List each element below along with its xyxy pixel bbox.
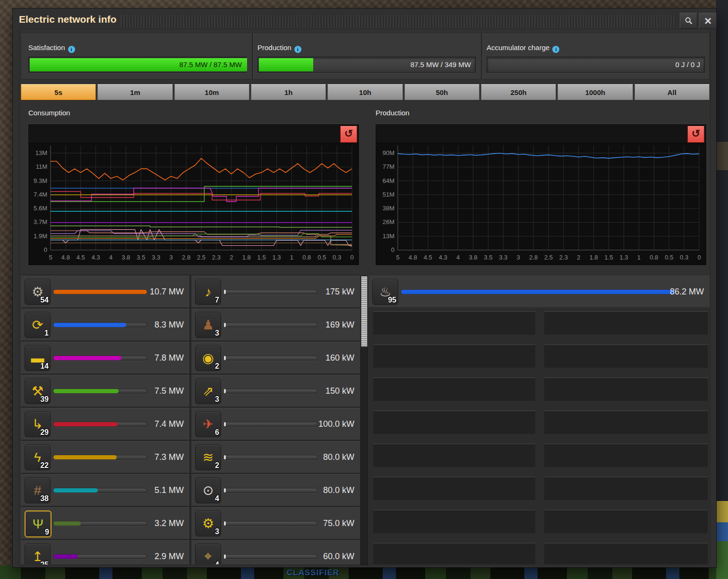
reset-zoom-button[interactable]: ↺ [340, 126, 357, 143]
entity-count: 22 [40, 461, 49, 470]
time-button-250h[interactable]: 250h [481, 84, 556, 100]
close-button[interactable]: × [699, 13, 717, 29]
svg-text:3: 3 [170, 254, 173, 261]
usage-bar-fill [53, 389, 119, 393]
empty-producer-slot [544, 377, 708, 401]
svg-text:1.8: 1.8 [590, 254, 598, 261]
loader-ramp-icon[interactable]: ⇗3 [195, 378, 221, 404]
consumer-row-gear-assembler: ⚙375.0 kW [191, 507, 360, 539]
svg-text:1.9M: 1.9M [34, 233, 47, 240]
consumer-row-battery-charger: ϟ227.3 MW [21, 441, 189, 473]
egg-canister-icon[interactable]: ⊙4 [195, 477, 221, 503]
svg-text:0: 0 [697, 254, 701, 261]
empty-producer-slot [544, 476, 708, 500]
empty-producer-slot [544, 543, 708, 564]
robot-arm-icon[interactable]: ↥25 [25, 544, 51, 564]
svg-text:13M: 13M [383, 233, 394, 240]
accumulator-label-text: Accumulator charge [487, 43, 549, 52]
entity-count: 6 [215, 428, 219, 437]
game-world-pixels [716, 541, 728, 579]
consumer-row-agricultural-drone: ✈6100.0 kW [191, 408, 360, 440]
programmable-speaker-icon[interactable]: ♪7 [195, 279, 221, 305]
usage-bar [223, 488, 318, 493]
battery-charger-icon[interactable]: ϟ22 [25, 444, 51, 470]
usage-bar [53, 355, 147, 361]
empty-producer-slot [373, 311, 535, 335]
consumption-chart-header [29, 125, 359, 143]
captive-biter-pen-icon[interactable]: #38 [25, 477, 51, 503]
info-icon[interactable]: i [68, 46, 75, 53]
usage-value: 160 kW [325, 342, 354, 374]
agricultural-drone-icon[interactable]: ✈6 [195, 411, 221, 437]
usage-value: 75.0 kW [323, 507, 354, 539]
entity-count: 95 [388, 296, 396, 304]
info-icon[interactable]: i [294, 46, 301, 53]
time-button-1000h[interactable]: 1000h [557, 84, 633, 100]
usage-bar-fill [53, 521, 81, 526]
game-world-pixels [716, 522, 728, 541]
game-world-pixels [716, 501, 728, 522]
usage-value: 7.3 MW [154, 441, 184, 473]
usage-bar-fill [224, 488, 226, 493]
production-bar-fill [259, 58, 313, 71]
usage-bar-fill [53, 455, 117, 459]
scrollbar-thumb[interactable] [361, 276, 368, 347]
production-stat-label: Productioni [257, 43, 301, 53]
usage-value: 80.0 kW [323, 474, 354, 506]
time-button-50h[interactable]: 50h [404, 84, 480, 100]
usage-value: 86.2 MW [670, 276, 704, 308]
consumer-row-captive-biter-pen: #385.1 MW [21, 474, 189, 506]
stats-divider [481, 33, 483, 79]
empty-producer-slot [373, 510, 535, 533]
search-button[interactable] [680, 13, 697, 29]
usage-value: 150 kW [325, 375, 354, 407]
svg-text:1.5: 1.5 [605, 254, 613, 261]
usage-value: 7.8 MW [154, 342, 184, 374]
consumer-row-egg-canister: ⊙480.0 kW [191, 474, 360, 506]
wireless-beacon-icon[interactable]: ≋2 [195, 444, 221, 470]
svg-text:4.3: 4.3 [439, 254, 447, 261]
usage-bar-fill [53, 356, 121, 360]
close-icon: × [704, 14, 711, 27]
production-chart: ↺ 54.84.54.343.83.53.332.82.52.321.81.51… [376, 124, 706, 265]
usage-bar [223, 289, 318, 294]
time-button-all[interactable]: All [634, 84, 710, 100]
entity-count: 7 [215, 296, 219, 304]
producer-list: ♨9586.2 MW [368, 275, 710, 564]
reset-icon: ↺ [692, 128, 700, 139]
usage-bar [53, 389, 147, 394]
svg-text:3.3: 3.3 [499, 254, 507, 261]
gear-assembler-icon[interactable]: ⚙3 [195, 510, 221, 536]
time-button-1h[interactable]: 1h [251, 84, 326, 100]
yellow-framed-plant-icon[interactable]: Ψ9 [25, 510, 51, 537]
empty-producer-slot [544, 410, 708, 434]
steam-engines-icon[interactable]: ♨95 [372, 279, 398, 305]
supply-bag-icon[interactable]: ♟3 [195, 312, 221, 338]
reset-zoom-button[interactable]: ↺ [687, 126, 704, 143]
svg-text:0: 0 [44, 246, 47, 253]
time-button-10h[interactable]: 10h [327, 84, 403, 100]
consumer-list-scrollbar[interactable] [360, 276, 368, 565]
assembling-machine-icon[interactable]: ⚙54 [25, 279, 51, 305]
inserter-icon[interactable]: ↳29 [25, 411, 51, 437]
microscope-lab-icon[interactable]: ⌖4 [195, 544, 221, 564]
time-button-1m[interactable]: 1m [97, 84, 172, 100]
svg-text:2.8: 2.8 [182, 254, 190, 261]
time-button-10m[interactable]: 10m [174, 84, 249, 100]
entity-count: 4 [215, 494, 219, 503]
electric-motor-icon[interactable]: ▬14 [25, 345, 51, 371]
consumer-row-inserter: ↳297.4 MW [21, 408, 189, 440]
mining-drill-icon[interactable]: ⚒39 [25, 378, 51, 404]
sensor-eye-icon[interactable]: ◉2 [195, 345, 221, 371]
radar-icon[interactable]: ⟳1 [25, 312, 51, 338]
empty-producer-slot [373, 443, 535, 467]
entity-count: 2 [215, 362, 219, 371]
usage-bar-fill [224, 554, 226, 559]
stats-divider [252, 33, 254, 79]
drag-handle-stripes[interactable] [120, 15, 676, 27]
entity-count: 3 [215, 395, 219, 404]
usage-value: 8.3 MW [154, 309, 184, 341]
time-button-5s[interactable]: 5s [21, 84, 96, 100]
info-icon[interactable]: i [552, 46, 559, 53]
usage-bar [223, 389, 318, 394]
